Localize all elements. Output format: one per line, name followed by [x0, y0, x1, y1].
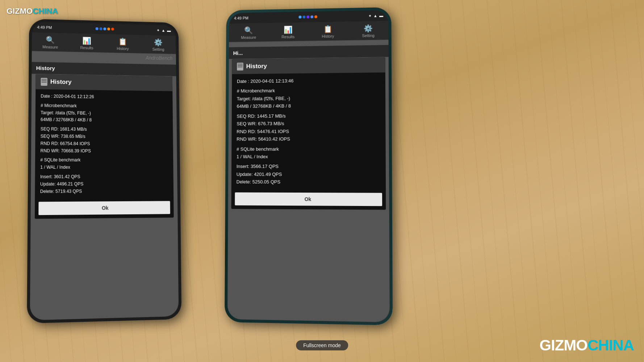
logo-china-text: CHINA — [33, 7, 58, 16]
measure-label-right: Measure — [241, 35, 256, 39]
seq-rd-right: SEQ RD: 1445.17 MB/s — [237, 111, 380, 120]
dialog-header-right: History — [232, 57, 385, 74]
setting-icon-left: ⚙️ — [154, 38, 163, 47]
setting-icon-right: ⚙️ — [364, 24, 373, 33]
phone-frame-right: 4:49 PM ✦ ▲ ▬ — [225, 7, 393, 325]
results-icon-right: 📊 — [284, 25, 293, 34]
battery-icon: ▬ — [167, 28, 171, 33]
androbench-brand-left: AndroBench — [146, 55, 173, 61]
time-right: 4:49 PM — [234, 16, 248, 20]
date-section-left: Date : 2020-04-01 12:12:26 — [41, 93, 168, 102]
phone-right: 4:49 PM ✦ ▲ ▬ — [225, 7, 393, 325]
history-dialog-right: History Date : 2020-04-01 12:13:46 # Mic… — [231, 57, 386, 210]
dot-2 — [100, 28, 103, 30]
qps-section-right: Insert: 3566.17 QPS Update: 4201.49 QPS … — [237, 163, 381, 186]
results-label-left: Results — [80, 46, 93, 50]
results-label-right: Results — [281, 34, 294, 39]
seq-wr-right: SEQ WR: 676.73 MB/s — [237, 119, 380, 127]
fullscreen-badge: Fullscreen mode — [296, 340, 348, 350]
phone-frame-left: 4:49 PM ✦ ▲ ▬ — [27, 19, 181, 323]
tab-history-right[interactable]: 📋 History — [308, 22, 348, 41]
perf-section-right: SEQ RD: 1445.17 MB/s SEQ WR: 676.73 MB/s… — [237, 111, 380, 143]
dialog-header-left: History — [35, 74, 172, 91]
measure-icon-left: 🔍 — [46, 35, 55, 44]
logo-gizmo-text: GIZMO — [7, 7, 33, 16]
logo-br-china: CHINA — [587, 337, 634, 354]
content-area-left: AndroBench History History Date — [30, 51, 179, 320]
delete-right: Delete: 5250.05 QPS — [237, 178, 381, 186]
phone-left: 4:49 PM ✦ ▲ ▬ — [27, 19, 181, 323]
dot-indicators-left — [96, 27, 114, 30]
nav-bar-right: 🔍 Measure 📊 Results 📋 History ⚙️ Setting — [229, 21, 388, 42]
measure-label-left: Measure — [42, 45, 58, 49]
wifi-icon: ▲ — [162, 28, 166, 33]
ok-button-left[interactable]: Ok — [38, 201, 170, 215]
bt-icon-right: ✦ — [368, 13, 372, 18]
tab-setting-right[interactable]: ⚙️ Setting — [348, 21, 389, 40]
logo-top-left: GIZMOCHINA — [7, 7, 58, 16]
sqlite-mode-right: 1 / WAL / Index — [237, 153, 381, 161]
tab-results-right[interactable]: 📊 Results — [268, 22, 308, 41]
battery-icon-right: ▬ — [379, 13, 383, 18]
sqlite-header-left: # SQLite benchmark — [40, 157, 168, 164]
date-right: Date : 2020-04-01 12:13:46 — [237, 76, 380, 85]
history-bar-left: History — [32, 62, 176, 76]
rnd-rd-right: RND RD: 54476.41 IOPS — [237, 127, 380, 135]
results-icon-left: 📊 — [82, 37, 91, 45]
dot-3 — [103, 28, 106, 30]
dot-r2 — [302, 16, 305, 18]
setting-label-right: Setting — [362, 33, 374, 38]
date-left: Date : 2020-04-01 12:12:26 — [41, 93, 168, 102]
sqlite-section-right: # SQLite benchmark 1 / WAL / Index — [237, 145, 381, 160]
dot-r1 — [299, 16, 302, 18]
tab-measure-right[interactable]: 🔍 Measure — [229, 23, 268, 42]
date-section-right: Date : 2020-04-01 12:13:46 — [237, 76, 380, 85]
update-left: Update: 4496.21 QPS — [40, 180, 168, 188]
size-left: 64MB / 32768KB / 4KB / 8 — [41, 117, 168, 125]
seq-wr-left: SEQ WR: 738.65 MB/s — [41, 133, 168, 141]
insert-left: Insert: 3601.42 QPS — [40, 173, 168, 181]
logo-bottom-right: GIZMOCHINA — [539, 337, 634, 354]
microbench-section-left: # Microbenchmark Target: /data (f2fs, FB… — [41, 102, 168, 125]
content-area-right: Hi... History Date : 2020-04-01 12:13:46 — [227, 40, 390, 322]
tab-measure-left[interactable]: 🔍 Measure — [32, 32, 69, 51]
dot-indicators-right — [299, 15, 318, 18]
time-left: 4:49 PM — [37, 25, 52, 30]
history-label-left: History — [117, 46, 129, 51]
tab-results-left[interactable]: 📊 Results — [68, 33, 105, 52]
wifi-icon-right: ▲ — [373, 13, 377, 18]
update-right: Update: 4201.49 QPS — [237, 171, 381, 178]
history-icon-right: 📋 — [323, 25, 333, 33]
ok-button-right[interactable]: Ok — [235, 192, 382, 206]
microbench-section-right: # Microbenchmark Target: /data (f2fs, FB… — [237, 86, 380, 110]
dialog-body-right: Date : 2020-04-01 12:13:46 # Microbenchm… — [231, 72, 386, 190]
measure-icon-right: 🔍 — [244, 26, 253, 35]
target-right: Target: /data (f2fs, FBE, -) — [237, 94, 380, 102]
phone-screen-left: 4:49 PM ✦ ▲ ▬ — [30, 22, 179, 320]
sqlite-section-left: # SQLite benchmark 1 / WAL / Index — [40, 157, 168, 171]
qps-section-left: Insert: 3601.42 QPS Update: 4496.21 QPS … — [40, 173, 169, 195]
phone-screen-right: 4:49 PM ✦ ▲ ▬ — [227, 10, 390, 322]
bt-icon: ✦ — [156, 28, 160, 33]
seq-rd-left: SEQ RD: 1681.43 MB/s — [41, 126, 168, 134]
history-icon-left: 📋 — [118, 37, 127, 46]
sqlite-header-right: # SQLite benchmark — [237, 145, 381, 153]
tab-history-left[interactable]: 📋 History — [105, 34, 141, 53]
perf-section-left: SEQ RD: 1681.43 MB/s SEQ WR: 738.65 MB/s… — [40, 126, 168, 155]
rnd-wr-left: RND WR: 70668.39 IOPS — [40, 147, 168, 155]
dot-4 — [107, 28, 110, 30]
size-right: 64MB / 32768KB / 4KB / 8 — [237, 101, 380, 110]
dialog-page-icon-right — [237, 63, 243, 71]
logo-br-gizmo: GIZMO — [539, 337, 587, 354]
history-dialog-left: History Date : 2020-04-01 12:12:26 # Mic… — [34, 74, 174, 219]
rnd-wr-right: RND WR: 56410.42 IOPS — [237, 135, 380, 143]
sqlite-mode-left: 1 / WAL / Index — [40, 164, 168, 171]
dialog-body-left: Date : 2020-04-01 12:12:26 # Microbenchm… — [35, 89, 173, 199]
insert-right: Insert: 3566.17 QPS — [237, 163, 381, 171]
dialog-page-icon-left — [41, 78, 47, 86]
status-icons-right: ✦ ▲ ▬ — [368, 13, 383, 18]
history-label-right: History — [322, 34, 334, 38]
history-bar-text-right: Hi... — [233, 50, 243, 56]
delete-left: Delete: 5719.43 QPS — [40, 188, 169, 195]
tab-setting-left[interactable]: ⚙️ Setting — [141, 35, 176, 54]
